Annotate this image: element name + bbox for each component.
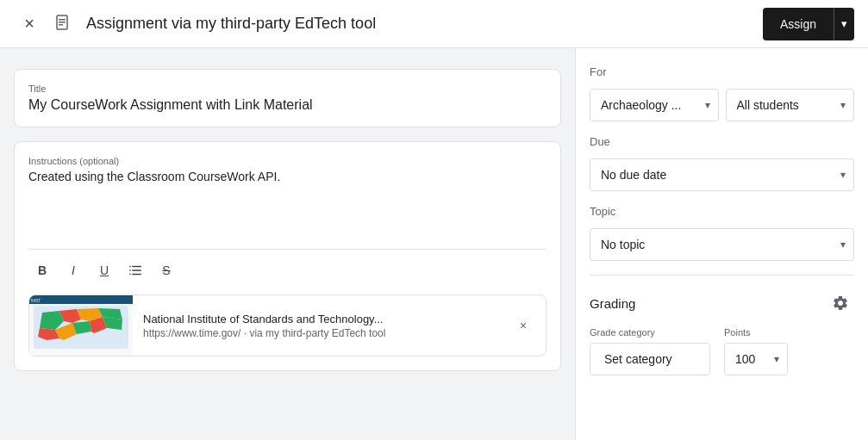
svg-rect-11 [29,295,133,304]
points-select[interactable]: 100 [724,343,788,375]
students-select-wrapper: All students ▾ [726,89,855,121]
svg-rect-7 [132,270,141,271]
topic-select[interactable]: No topic [590,228,854,261]
class-select-wrapper: Archaeology ... ▾ [590,89,719,121]
close-button[interactable]: × [14,9,45,40]
dropdown-chevron-icon: ▾ [841,17,847,30]
for-label: For [590,65,854,78]
grading-row: Grade category Set category Points 100 ▾ [590,327,854,375]
assign-button[interactable]: Assign [763,8,834,40]
instructions-label: Instructions (optional) [28,156,546,166]
attachment-url-suffix: · via my third-party EdTech tool [240,327,385,339]
grading-settings-button[interactable] [827,289,854,317]
due-select[interactable]: No due date [590,158,854,191]
due-select-wrapper: No due date ▾ [590,158,854,191]
svg-rect-9 [132,274,141,276]
assign-dropdown-button[interactable]: ▾ [834,8,854,40]
bold-button[interactable]: B [28,257,56,284]
svg-rect-4 [129,266,131,268]
for-row: Archaeology ... ▾ All students ▾ [590,89,854,121]
main-content: Title Instructions (optional) Created us… [0,48,868,440]
points-label: Points [724,327,788,338]
points-select-wrapper: 100 ▾ [724,343,788,375]
grade-category-label: Grade category [590,327,710,338]
close-icon: × [520,319,527,332]
attachment-info: National Institute of Standards and Tech… [133,306,508,346]
svg-rect-8 [129,274,131,276]
page-title: Assignment via my third-party EdTech too… [86,15,763,33]
points-col: Points 100 ▾ [724,327,788,375]
attachment: NIST [28,294,546,356]
svg-text:NIST: NIST [31,298,41,303]
grading-title: Grading [590,296,635,311]
right-panel: For Archaeology ... ▾ All students ▾ Due… [575,48,868,440]
attachment-thumbnail: NIST [29,295,133,356]
students-select[interactable]: All students [726,89,855,121]
attachment-title: National Institute of Standards and Tech… [143,313,497,325]
format-toolbar: B I U S [28,249,546,284]
title-input[interactable] [28,97,546,113]
left-panel: Title Instructions (optional) Created us… [0,48,575,440]
strikethrough-button[interactable]: S [153,257,180,284]
class-select[interactable]: Archaeology ... [590,89,719,121]
attachment-close-button[interactable]: × [508,310,539,341]
due-label: Due [590,135,854,148]
list-button[interactable] [122,257,149,284]
svg-rect-3 [59,24,63,26]
underline-button[interactable]: U [91,257,118,284]
svg-rect-2 [59,22,66,23]
topbar: × Assignment via my third-party EdTech t… [0,0,868,48]
grade-category-col: Grade category Set category [590,327,710,375]
doc-icon [48,9,79,40]
grading-divider [590,275,854,276]
svg-rect-6 [129,270,131,271]
title-card: Title [14,69,561,127]
topic-select-wrapper: No topic ▾ [590,228,854,261]
attachment-url-text: https://www.time.gov/ [143,327,240,339]
set-category-button[interactable]: Set category [590,343,710,375]
svg-rect-5 [132,266,141,268]
instructions-text[interactable]: Created using the Classroom CourseWork A… [28,170,546,239]
svg-rect-1 [59,19,66,21]
instructions-card: Instructions (optional) Created using th… [14,141,561,371]
topic-label: Topic [590,205,854,218]
grading-header: Grading [590,289,854,317]
italic-button[interactable]: I [59,257,87,284]
close-icon: × [24,14,34,34]
attachment-url: https://www.time.gov/ · via my third-par… [143,327,497,339]
title-label: Title [28,84,546,94]
assign-button-group: Assign ▾ [763,8,854,40]
